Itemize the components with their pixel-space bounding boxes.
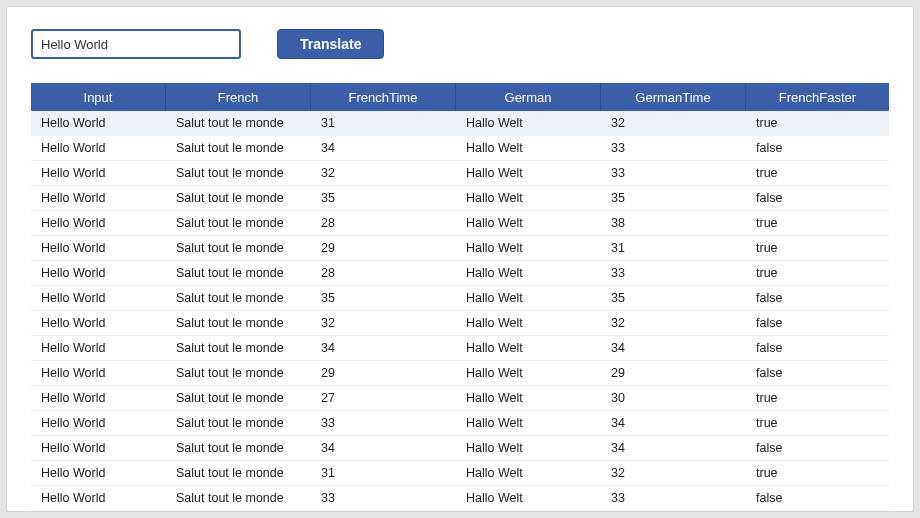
cell-germanTime: 32 [601,316,746,330]
cell-french: Salut tout le monde [166,466,311,480]
grid-header: Input French FrenchTime German GermanTim… [31,83,889,111]
cell-germanTime: 34 [601,441,746,455]
cell-frenchTime: 33 [311,491,456,505]
table-row[interactable]: Hello WorldSalut tout le monde29Hallo We… [31,236,889,261]
cell-frenchTime: 32 [311,166,456,180]
table-row[interactable]: Hello WorldSalut tout le monde27Hallo We… [31,386,889,411]
table-row[interactable]: Hello WorldSalut tout le monde34Hallo We… [31,436,889,461]
cell-input: Hello World [31,116,166,130]
table-row[interactable]: Hello WorldSalut tout le monde35Hallo We… [31,186,889,211]
controls-row: Translate [31,29,889,59]
table-row[interactable]: Hello WorldSalut tout le monde29Hallo We… [31,361,889,386]
cell-german: Hallo Welt [456,416,601,430]
table-row[interactable]: Hello WorldSalut tout le monde34Hallo We… [31,136,889,161]
cell-frenchFaster: true [746,266,889,280]
cell-french: Salut tout le monde [166,366,311,380]
cell-french: Salut tout le monde [166,241,311,255]
cell-frenchFaster: true [746,216,889,230]
col-header-frenchfaster[interactable]: FrenchFaster [746,83,889,111]
cell-german: Hallo Welt [456,216,601,230]
cell-input: Hello World [31,416,166,430]
cell-frenchTime: 34 [311,341,456,355]
translate-input[interactable] [31,29,241,59]
cell-germanTime: 33 [601,141,746,155]
cell-frenchFaster: false [746,441,889,455]
cell-frenchTime: 34 [311,141,456,155]
cell-input: Hello World [31,166,166,180]
table-row[interactable]: Hello WorldSalut tout le monde33Hallo We… [31,486,889,511]
table-row[interactable]: Hello WorldSalut tout le monde31Hallo We… [31,461,889,486]
cell-german: Hallo Welt [456,316,601,330]
table-row[interactable]: Hello WorldSalut tout le monde34Hallo We… [31,336,889,361]
col-header-frenchtime[interactable]: FrenchTime [311,83,456,111]
cell-germanTime: 34 [601,341,746,355]
cell-frenchFaster: false [746,366,889,380]
cell-frenchFaster: false [746,291,889,305]
table-row[interactable]: Hello WorldSalut tout le monde28Hallo We… [31,211,889,236]
col-header-germantime[interactable]: GermanTime [601,83,746,111]
cell-germanTime: 35 [601,191,746,205]
cell-german: Hallo Welt [456,391,601,405]
cell-input: Hello World [31,491,166,505]
cell-frenchTime: 29 [311,241,456,255]
translate-button[interactable]: Translate [277,29,384,59]
cell-german: Hallo Welt [456,191,601,205]
cell-frenchFaster: true [746,391,889,405]
cell-input: Hello World [31,441,166,455]
cell-french: Salut tout le monde [166,141,311,155]
col-header-french[interactable]: French [166,83,311,111]
grid-body: Hello WorldSalut tout le monde31Hallo We… [31,111,889,511]
cell-frenchFaster: true [746,241,889,255]
cell-frenchTime: 29 [311,366,456,380]
table-row[interactable]: Hello WorldSalut tout le monde32Hallo We… [31,161,889,186]
cell-german: Hallo Welt [456,341,601,355]
cell-input: Hello World [31,341,166,355]
cell-frenchTime: 27 [311,391,456,405]
table-row[interactable]: Hello WorldSalut tout le monde33Hallo We… [31,411,889,436]
cell-frenchTime: 28 [311,266,456,280]
cell-input: Hello World [31,266,166,280]
cell-germanTime: 29 [601,366,746,380]
cell-germanTime: 35 [601,291,746,305]
cell-german: Hallo Welt [456,491,601,505]
cell-french: Salut tout le monde [166,291,311,305]
cell-frenchFaster: true [746,166,889,180]
cell-input: Hello World [31,466,166,480]
cell-german: Hallo Welt [456,266,601,280]
cell-german: Hallo Welt [456,441,601,455]
cell-french: Salut tout le monde [166,316,311,330]
table-row[interactable]: Hello WorldSalut tout le monde35Hallo We… [31,286,889,311]
cell-input: Hello World [31,216,166,230]
results-grid: Input French FrenchTime German GermanTim… [31,83,889,511]
cell-german: Hallo Welt [456,241,601,255]
cell-french: Salut tout le monde [166,341,311,355]
cell-input: Hello World [31,191,166,205]
cell-input: Hello World [31,391,166,405]
table-row[interactable]: Hello WorldSalut tout le monde28Hallo We… [31,261,889,286]
cell-german: Hallo Welt [456,366,601,380]
cell-frenchTime: 32 [311,316,456,330]
table-row[interactable]: Hello WorldSalut tout le monde32Hallo We… [31,311,889,336]
table-row[interactable]: Hello WorldSalut tout le monde31Hallo We… [31,111,889,136]
cell-german: Hallo Welt [456,291,601,305]
col-header-input[interactable]: Input [31,83,166,111]
cell-frenchFaster: false [746,191,889,205]
cell-french: Salut tout le monde [166,116,311,130]
cell-french: Salut tout le monde [166,266,311,280]
cell-frenchFaster: true [746,116,889,130]
cell-german: Hallo Welt [456,141,601,155]
cell-frenchFaster: false [746,316,889,330]
col-header-german[interactable]: German [456,83,601,111]
cell-input: Hello World [31,291,166,305]
cell-germanTime: 32 [601,466,746,480]
cell-germanTime: 34 [601,416,746,430]
cell-german: Hallo Welt [456,116,601,130]
cell-frenchFaster: false [746,141,889,155]
cell-frenchTime: 28 [311,216,456,230]
cell-french: Salut tout le monde [166,216,311,230]
cell-input: Hello World [31,366,166,380]
cell-germanTime: 38 [601,216,746,230]
cell-french: Salut tout le monde [166,416,311,430]
cell-french: Salut tout le monde [166,491,311,505]
cell-frenchTime: 35 [311,291,456,305]
